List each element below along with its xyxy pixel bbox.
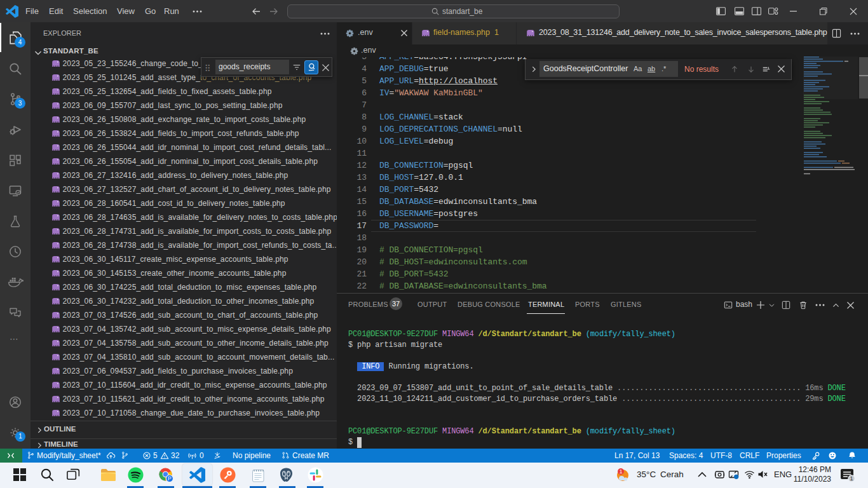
- svg-text:1: 1: [850, 475, 853, 482]
- svg-text:1: 1: [620, 468, 623, 475]
- svg-text:P: P: [168, 475, 172, 482]
